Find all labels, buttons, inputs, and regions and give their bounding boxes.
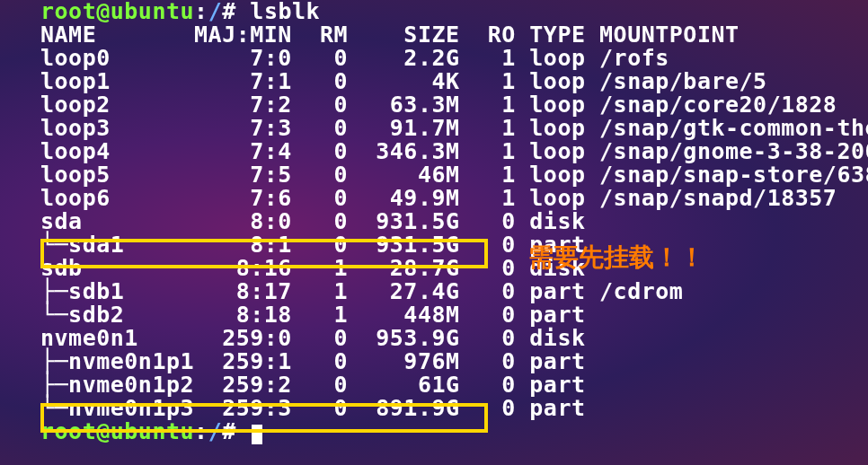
table-row: ├─nvme0n1p2 259:2 0 61G 0 part bbox=[40, 373, 828, 397]
prompt-symbol: # bbox=[222, 0, 236, 24]
lsblk-header: NAME MAJ:MIN RM SIZE RO TYPE MOUNTPOINT bbox=[40, 23, 828, 47]
table-row: ├─nvme0n1p1 259:1 0 976M 0 part bbox=[40, 350, 828, 373]
table-row: loop0 7:0 0 2.2G 1 loop /rofs bbox=[40, 47, 828, 70]
table-row: └─sda1 8:1 0 931.5G 0 part bbox=[40, 233, 828, 257]
prompt-path: / bbox=[208, 0, 223, 24]
table-row: sda 8:0 0 931.5G 0 disk bbox=[40, 210, 828, 233]
prompt-line-1[interactable]: root@ubuntu:/# lsblk bbox=[40, 0, 828, 23]
table-row: loop4 7:4 0 346.3M 1 loop /snap/gnome-3-… bbox=[40, 140, 828, 163]
annotation-text: 需要先挂载！！ bbox=[528, 241, 704, 275]
command-text: lsblk bbox=[250, 0, 320, 24]
table-row: nvme0n1 259:0 0 953.9G 0 disk bbox=[40, 327, 828, 350]
table-row: loop6 7:6 0 49.9M 1 loop /snap/snapd/183… bbox=[40, 187, 828, 210]
prompt-user-host: root@ubuntu bbox=[40, 0, 194, 24]
table-row: sdb 8:16 1 28.7G 0 disk bbox=[40, 257, 828, 280]
table-row: loop2 7:2 0 63.3M 1 loop /snap/core20/18… bbox=[40, 93, 828, 117]
table-row: loop5 7:5 0 46M 1 loop /snap/snap-store/… bbox=[40, 163, 828, 187]
table-row: loop3 7:3 0 91.7M 1 loop /snap/gtk-commo… bbox=[40, 117, 828, 140]
table-row: loop1 7:1 0 4K 1 loop /snap/bare/5 bbox=[40, 70, 828, 93]
table-row: └─nvme0n1p3 259:3 0 891.9G 0 part bbox=[40, 397, 828, 420]
prompt-line-2[interactable]: root@ubuntu:/# bbox=[40, 420, 828, 444]
table-row: ├─sdb1 8:17 1 27.4G 0 part /cdrom bbox=[40, 280, 828, 303]
table-row: └─sdb2 8:18 1 448M 0 part bbox=[40, 303, 828, 327]
lsblk-output: NAME MAJ:MIN RM SIZE RO TYPE MOUNTPOINTl… bbox=[40, 23, 828, 420]
cursor-icon bbox=[252, 425, 262, 444]
